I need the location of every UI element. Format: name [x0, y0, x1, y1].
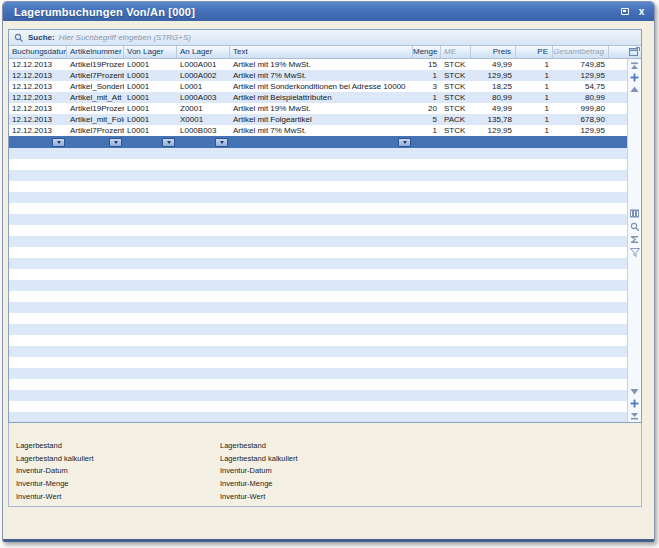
column-header[interactable]: Menge [413, 46, 441, 58]
column-header[interactable]: Buchungsdatum [9, 46, 67, 58]
footer-labels-left: LagerbestandLagerbestand kalkuliertInven… [16, 440, 94, 503]
table-cell: STCK [441, 81, 471, 92]
scroll-up-icon[interactable] [630, 85, 640, 94]
insert-row-icon[interactable] [630, 399, 640, 408]
table-rows: 12.12.2013Artikel19ProzerL0001L000A001Ar… [9, 59, 627, 422]
insert-cell[interactable] [9, 136, 67, 148]
table-cell: 1 [516, 92, 553, 103]
column-header[interactable]: Preis [471, 46, 516, 58]
table-cell: Artikel mit 19% MwSt. [230, 103, 413, 114]
table-cell: 1 [516, 70, 553, 81]
column-header[interactable]: An Lager [177, 46, 230, 58]
table-cell: 80,99 [471, 92, 516, 103]
empty-rows-area [9, 148, 627, 422]
footer-label: Inventur-Datum [16, 465, 94, 478]
restore-icon [621, 8, 629, 15]
table-cell: 129,95 [471, 70, 516, 81]
scroll-down-icon[interactable] [630, 387, 640, 396]
table-cell: 1 [516, 81, 553, 92]
table-cell: 3 [413, 81, 441, 92]
table-cell: L000A003 [177, 92, 230, 103]
table-cell: 49,99 [471, 59, 516, 70]
dropdown-button[interactable] [52, 138, 65, 147]
dropdown-button[interactable] [109, 138, 122, 147]
footer-label: Lagerbestand [220, 440, 298, 453]
table-cell: PACK [441, 114, 471, 125]
insert-cell[interactable] [230, 136, 413, 148]
filter-icon[interactable] [630, 248, 640, 257]
title-bar: Lagerumbuchungen Von/An [000] x [3, 2, 654, 21]
footer-label: Inventur-Wert [16, 491, 94, 504]
insert-cell[interactable] [177, 136, 230, 148]
search-icon[interactable] [630, 222, 640, 231]
table-cell: STCK [441, 70, 471, 81]
table-cell: L0001 [124, 114, 177, 125]
table-cell: 129,95 [553, 125, 609, 136]
column-header[interactable]: PE [516, 46, 553, 58]
table-cell: L0001 [124, 70, 177, 81]
table-cell: Artikel_mit_Folg [67, 114, 124, 125]
table-row[interactable]: 12.12.2013Artikel_SonderkL0001L0001Artik… [9, 81, 627, 92]
table-cell: 12.12.2013 [9, 70, 67, 81]
column-header[interactable]: ME [441, 46, 471, 58]
table-cell: L000A001 [177, 59, 230, 70]
close-button[interactable]: x [635, 6, 648, 18]
column-header[interactable]: Von Lager [124, 46, 177, 58]
column-header[interactable]: Gesamtbetrag [553, 46, 609, 58]
table-cell: Artikel mit Sonderkonditionen bei Adress… [230, 81, 413, 92]
column-header[interactable]: Artikelnummer [67, 46, 124, 58]
table-cell: 129,95 [553, 70, 609, 81]
table-cell: STCK [441, 125, 471, 136]
table-row[interactable]: 12.12.2013Artikel7ProzentL0001L000A002Ar… [9, 70, 627, 81]
toolbar-group-bottom [630, 387, 640, 420]
insert-cell[interactable] [67, 136, 124, 148]
table-cell: Z0001 [177, 103, 230, 114]
table-view-icon[interactable] [630, 209, 640, 218]
table-cell: 12.12.2013 [9, 125, 67, 136]
table-cell: Artikel mit 19% MwSt. [230, 59, 413, 70]
search-bar[interactable]: Suche: Hier Suchbegriff eingeben (STRG+S… [9, 30, 641, 46]
table-row[interactable]: 12.12.2013Artikel19ProzerL0001Z0001Artik… [9, 103, 627, 114]
table-cell: Artikel7Prozent [67, 125, 124, 136]
table-cell: 20 [413, 103, 441, 114]
table-cell: 1 [516, 103, 553, 114]
table-header: BuchungsdatumArtikelnummerVon LagerAn La… [9, 46, 641, 59]
customize-columns-button[interactable] [627, 46, 641, 58]
sum-icon[interactable] [630, 235, 640, 244]
chevron-down-icon [403, 141, 407, 144]
table-cell: STCK [441, 103, 471, 114]
footer-label: Lagerbestand kalkuliert [220, 453, 298, 466]
table-row[interactable]: 12.12.2013Artikel_mit_FolgL0001X0001Arti… [9, 114, 627, 125]
table-row[interactable]: 12.12.2013Artikel19ProzerL0001L000A001Ar… [9, 59, 627, 70]
table-cell: L0001 [124, 81, 177, 92]
table-cell: 54,75 [553, 81, 609, 92]
dropdown-button[interactable] [162, 138, 175, 147]
table-cell: Artikel mit Folgeartikel [230, 114, 413, 125]
table-cell: L0001 [124, 92, 177, 103]
table-row[interactable]: 12.12.2013Artikel7ProzentL0001L000B003Ar… [9, 125, 627, 136]
table-cell: STCK [441, 92, 471, 103]
app-window: Lagerumbuchungen Von/An [000] x Suche: H… [2, 1, 655, 542]
table-cell: 1 [413, 92, 441, 103]
chevron-down-icon [220, 141, 224, 144]
restore-button[interactable] [618, 6, 631, 18]
table-cell: 1 [413, 70, 441, 81]
footer-panel: LagerbestandLagerbestand kalkuliertInven… [8, 423, 642, 507]
insert-row-icon[interactable] [630, 73, 640, 82]
dropdown-button[interactable] [398, 138, 411, 147]
search-label: Suche: [28, 33, 55, 42]
column-header[interactable]: Text [230, 46, 413, 58]
table-cell: X0001 [177, 114, 230, 125]
insert-cell[interactable] [124, 136, 177, 148]
table-cell: Artikel mit Beispielattributen [230, 92, 413, 103]
dropdown-button[interactable] [215, 138, 228, 147]
table-cell: L0001 [124, 59, 177, 70]
chevron-down-icon [167, 141, 171, 144]
insert-row[interactable] [9, 136, 627, 148]
table-cell: 12.12.2013 [9, 114, 67, 125]
scroll-to-top-icon[interactable] [630, 61, 640, 70]
table-row[interactable]: 12.12.2013Artikel_mit_AttL0001L000A003Ar… [9, 92, 627, 103]
table-cell: 999,80 [553, 103, 609, 114]
scroll-to-bottom-icon[interactable] [630, 411, 640, 420]
table-cell: Artikel mit 7% MwSt. [230, 125, 413, 136]
